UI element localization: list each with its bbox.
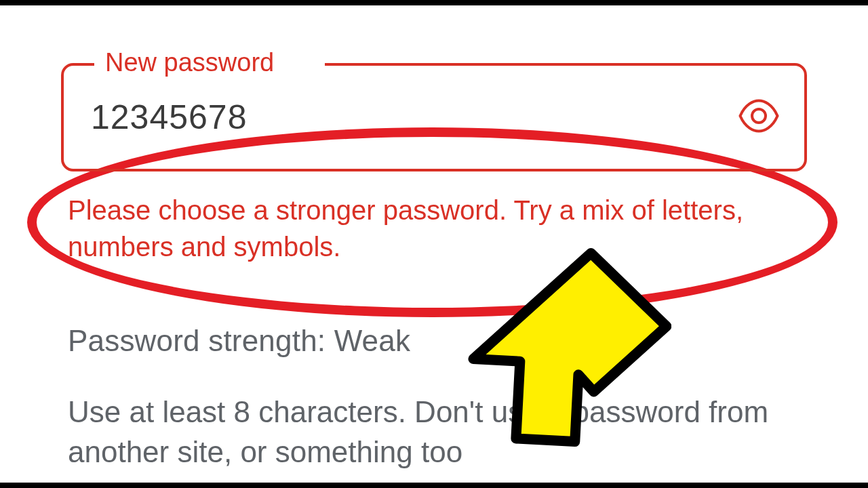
eye-icon	[738, 96, 779, 139]
new-password-label: New password	[101, 49, 278, 75]
new-password-field[interactable]: New password 12345678	[61, 63, 807, 171]
svg-point-0	[752, 109, 766, 123]
password-error-message: Please choose a stronger password. Try a…	[68, 192, 787, 265]
stage: New password 12345678 Please choose a st…	[0, 5, 868, 483]
password-strength: Password strength: Weak	[68, 324, 410, 358]
password-strength-value: Weak	[334, 324, 410, 357]
letterbox-top	[0, 0, 868, 5]
password-strength-label: Password strength:	[68, 324, 326, 357]
new-password-value[interactable]: 12345678	[91, 98, 247, 137]
toggle-visibility-button[interactable]	[737, 96, 781, 139]
password-hint: Use at least 8 characters. Don't use a p…	[68, 392, 800, 472]
letterbox-bottom	[0, 483, 868, 488]
